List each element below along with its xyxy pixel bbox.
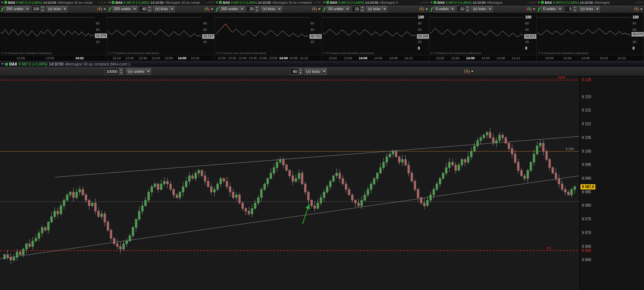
dropdown-arrow-icon[interactable]	[239, 6, 244, 12]
panel-title-bar[interactable]: DAX 9 087,0 (+1,65%) 14:10:59 Allemagne …	[107, 0, 214, 5]
units-dropdown[interactable]: (x) unités	[126, 68, 151, 75]
panel-title-bar[interactable]: DAX 9 087,0 (+1,65%) 14:10:59 Allemagne …	[0, 0, 107, 5]
restore-button[interactable]: □	[316, 1, 318, 4]
panel-title-bar[interactable]: DAX 9 087,0 (+1,65%) 14:10:59 Allemagne …	[322, 0, 429, 5]
spinner-down-icon[interactable]	[466, 9, 469, 12]
dropdown-arrow-icon[interactable]	[487, 6, 492, 12]
minimize-button[interactable]: –	[98, 1, 100, 4]
chart-style-button[interactable]	[97, 7, 106, 11]
spinner-down-icon[interactable]	[360, 9, 364, 12]
units-dropdown[interactable]: 200 unités	[112, 6, 137, 12]
dropdown-arrow-icon[interactable]	[595, 6, 600, 12]
main-title-bar[interactable]: DAX 9 087,0 (+1,65%) 14:10:59 Allemagne …	[0, 61, 644, 67]
dropdown-arrow-icon[interactable]	[345, 6, 350, 12]
close-button[interactable]: ×	[641, 1, 643, 4]
units-dropdown[interactable]: 200 unités	[219, 6, 245, 12]
dropdown-arrow-icon[interactable]	[322, 69, 326, 74]
spinner-up-icon[interactable]	[148, 6, 151, 9]
dropdown-arrow-icon[interactable]	[382, 6, 387, 12]
dropdown-arrow-icon[interactable]	[170, 6, 174, 12]
panel-title-bar[interactable]: DAX 9 087,0 (+1,65%) 14:10:59 Allemagne …	[537, 0, 644, 5]
units-dropdown[interactable]: 0 unités	[541, 6, 563, 12]
instrument-menu-caret-icon[interactable]	[1, 63, 4, 65]
spinner-up-icon[interactable]	[119, 69, 123, 71]
instrument-menu-caret-icon[interactable]	[538, 2, 540, 3]
chart-style-button[interactable]	[419, 7, 428, 11]
chart-style-button[interactable]	[464, 69, 473, 74]
indicator-f-icon[interactable]: ƒ	[430, 7, 432, 11]
close-button[interactable]: ×	[211, 1, 213, 4]
indicator-f-icon[interactable]: ƒ	[538, 7, 540, 11]
spinner-up-icon[interactable]	[255, 6, 259, 9]
minimize-button[interactable]: –	[528, 1, 529, 4]
restore-button[interactable]: □	[638, 1, 640, 4]
chart-style-button[interactable]	[204, 7, 213, 11]
dropdown-arrow-icon[interactable]	[62, 6, 67, 12]
spinner-down-icon[interactable]	[119, 71, 123, 74]
spinner-down-icon[interactable]	[255, 9, 259, 12]
main-chart-area[interactable]: mR2R19 100	[0, 76, 579, 290]
chart-style-button[interactable]	[526, 7, 535, 11]
indicator-f-icon[interactable]: ƒ	[323, 7, 325, 11]
instrument-menu-caret-icon[interactable]	[1, 2, 3, 3]
indicator-chart-area[interactable]: 80602039,097 © IT-Finance.com Données in…	[107, 13, 214, 55]
ticks-value-spinner[interactable]: 40	[290, 68, 303, 75]
ticks-dropdown[interactable]: (x) ticks	[46, 6, 67, 12]
indicator-chart-area[interactable]: 100806020039,810 © IT-Finance.com Donnée…	[429, 13, 536, 55]
dropdown-arrow-icon[interactable]	[146, 69, 151, 74]
spinner-up-icon[interactable]	[466, 6, 469, 9]
minimize-button[interactable]: –	[313, 1, 315, 4]
indicator-chart-area[interactable]: 100806020039,488 © IT-Finance.com Donnée…	[322, 13, 429, 55]
spinner-down-icon[interactable]	[148, 9, 151, 12]
ticks-value-spinner[interactable]: 5	[564, 6, 577, 12]
spinner-down-icon[interactable]	[41, 9, 44, 12]
spinner-down-icon[interactable]	[299, 71, 302, 74]
restore-button[interactable]: □	[208, 1, 210, 4]
indicator-chart-area[interactable]: 80602041,678 © IT-Finance.com Données in…	[0, 13, 107, 55]
close-button[interactable]: ×	[319, 1, 321, 4]
ticks-value-spinner[interactable]: 20	[246, 6, 259, 12]
indicator-chart-area[interactable]: 80602038,784 © IT-Finance.com Données in…	[215, 13, 322, 55]
instrument-menu-caret-icon[interactable]	[430, 2, 433, 3]
chart-style-button[interactable]	[634, 7, 643, 11]
ticks-dropdown[interactable]: (x) ticks	[261, 6, 282, 12]
instrument-menu-caret-icon[interactable]	[323, 2, 325, 3]
ticks-value-spinner[interactable]: 10	[457, 6, 470, 12]
ticks-value-spinner[interactable]: 100	[31, 6, 45, 12]
units-dropdown[interactable]: 200 unités	[4, 6, 30, 12]
spinner-down-icon[interactable]	[573, 9, 577, 12]
ticks-dropdown[interactable]: (x) ticks	[153, 6, 174, 12]
panel-title-bar[interactable]: DAX 9 087,0 (+1,65%) 14:10:59 Allemagne …	[429, 0, 536, 5]
spinner-up-icon[interactable]	[573, 6, 577, 9]
units-dropdown[interactable]: 00 unités	[326, 6, 350, 12]
indicator-chart-area[interactable]: 100806020046,076 © IT-Finance.com Donnée…	[537, 13, 644, 55]
indicator-f-icon[interactable]: ƒ	[108, 7, 110, 11]
dropdown-arrow-icon[interactable]	[132, 6, 137, 12]
spinner-up-icon[interactable]	[41, 6, 44, 9]
ticks-value-spinner[interactable]: 15	[352, 6, 365, 12]
panel-title-bar[interactable]: DAX 9 087,0 (+1,65%) 14:10:59 Allemagne …	[215, 0, 322, 5]
ticks-value-spinner[interactable]: 40	[139, 6, 152, 12]
minimize-button[interactable]: –	[206, 1, 207, 4]
indicator-f-icon[interactable]: ƒ	[1, 7, 3, 11]
dropdown-arrow-icon[interactable]	[277, 6, 282, 12]
spinner-up-icon[interactable]	[299, 69, 302, 71]
ticks-dropdown[interactable]: (x) ticks	[304, 68, 327, 75]
dropdown-arrow-icon[interactable]	[557, 6, 562, 12]
indicator-f-icon[interactable]: ƒ	[216, 7, 218, 11]
chart-style-button[interactable]	[312, 7, 321, 11]
close-button[interactable]: ×	[426, 1, 428, 4]
restore-button[interactable]: □	[423, 1, 425, 4]
instrument-menu-caret-icon[interactable]	[216, 2, 218, 3]
spinner-up-icon[interactable]	[360, 6, 364, 9]
dropdown-arrow-icon[interactable]	[25, 6, 30, 12]
close-button[interactable]: ×	[533, 1, 535, 4]
restore-button[interactable]: □	[101, 1, 103, 4]
minimize-button[interactable]: –	[635, 1, 637, 4]
units-dropdown[interactable]: 0 unités	[434, 6, 455, 12]
restore-button[interactable]: □	[530, 1, 532, 4]
instrument-menu-caret-icon[interactable]	[108, 2, 111, 3]
ticks-dropdown[interactable]: (x) ticks	[471, 6, 492, 12]
close-button[interactable]: ×	[104, 1, 106, 4]
dropdown-arrow-icon[interactable]	[450, 6, 455, 12]
